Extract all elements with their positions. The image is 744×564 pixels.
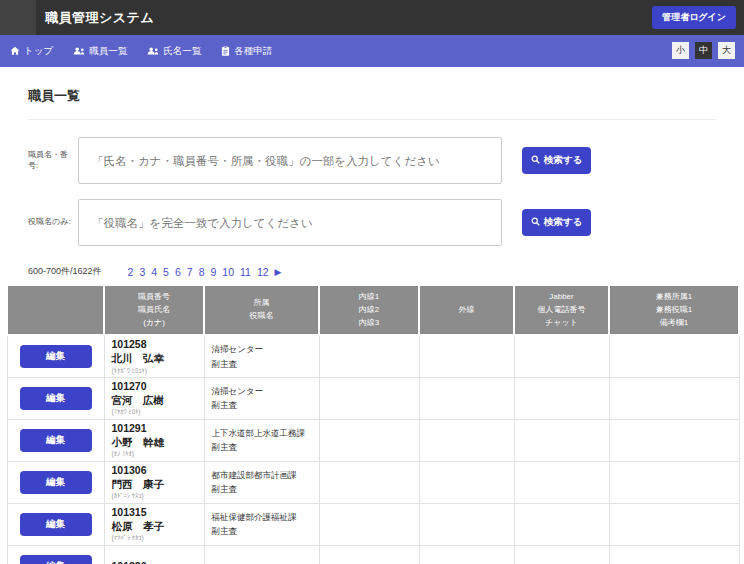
cell-outside-line	[419, 503, 514, 545]
next-page-icon[interactable]: ▶	[275, 267, 282, 277]
staff-department: 清掃センター	[212, 384, 312, 398]
staff-name: 門西 康子	[112, 478, 197, 492]
staff-kana: (ｵﾉ ﾐｷｵ)	[112, 449, 197, 458]
cell-concurrent-post	[609, 377, 739, 419]
page-link[interactable]: 4	[151, 266, 157, 278]
staff-name-search-row: 職員名・番号: 検索する	[28, 137, 716, 184]
page-link[interactable]: 5	[163, 266, 169, 278]
cell-jabber	[514, 377, 609, 419]
staff-kana: (ﾐﾔｶﾜ ﾋﾛｷ)	[112, 407, 197, 416]
nav-item-name-list[interactable]: 氏名一覧	[147, 45, 201, 58]
cell-outside-line	[419, 461, 514, 503]
nav-item-staff-list[interactable]: 職員一覧	[73, 45, 127, 58]
edit-button[interactable]: 編集	[20, 471, 92, 494]
staff-name-input[interactable]	[78, 137, 502, 184]
nav-item-label: 氏名一覧	[163, 45, 201, 58]
staff-department: 清掃センター	[212, 342, 312, 356]
staff-number: 101315	[112, 506, 197, 520]
nav-item-top[interactable]: トップ	[10, 45, 53, 58]
staff-name-search-button[interactable]: 検索する	[522, 147, 591, 174]
cell-jabber	[514, 419, 609, 461]
result-count: 600-700件/1622件	[28, 265, 102, 278]
page-links: 2 3 4 5 6 7 8 9 10 11 12 ▶	[128, 266, 282, 278]
header-concurrent-post: 兼務所属1兼務役職1備考欄1	[609, 285, 739, 335]
staff-role: 副主査	[212, 524, 312, 538]
role-name-input[interactable]	[78, 199, 502, 246]
table-row: 編集 101330	[7, 545, 739, 564]
page-link[interactable]: 7	[187, 266, 193, 278]
table-row: 編集 101306 門西 康子 (ｶﾄﾞﾆｼ ﾔｽｺ) 都市建設部都市計画課 副…	[7, 461, 739, 503]
staff-name: 宮河 広樹	[112, 394, 197, 408]
role-name-label: 役職名のみ:	[28, 217, 78, 227]
page-link[interactable]: 2	[128, 266, 134, 278]
home-icon	[10, 46, 20, 56]
header-outside-line: 外線	[419, 285, 514, 335]
search-button-label: 検索する	[544, 216, 582, 229]
header-department: 所属役職名	[204, 285, 319, 335]
cell-concurrent-post	[609, 503, 739, 545]
staff-role: 副主査	[212, 440, 312, 454]
edit-button[interactable]: 編集	[20, 387, 92, 410]
cell-concurrent-post	[609, 419, 739, 461]
edit-button[interactable]: 編集	[20, 555, 92, 564]
staff-kana: (ｶﾄﾞﾆｼ ﾔｽｺ)	[112, 491, 197, 500]
app-title: 職員管理システム	[45, 9, 154, 27]
cell-outside-line	[419, 545, 514, 564]
header-staff-number: 職員番号職員氏名(カナ)	[104, 285, 204, 335]
staff-role: 副主査	[212, 398, 312, 412]
font-size-small-button[interactable]: 小	[672, 42, 689, 59]
page-link[interactable]: 12	[257, 266, 269, 278]
staff-number: 101270	[112, 380, 197, 394]
page-title: 職員一覧	[28, 87, 716, 120]
table-row: 編集 101258 北川 弘幸 (ｷﾀｶﾞﾜ ﾋﾛﾕｷ) 清掃センター 副主査	[7, 335, 739, 377]
staff-department: 福祉保健部介護福祉課	[212, 510, 312, 524]
staff-name: 小野 幹雄	[112, 436, 197, 450]
search-icon	[531, 217, 540, 228]
nav-item-label: トップ	[24, 45, 53, 58]
font-size-medium-button[interactable]: 中	[695, 42, 712, 59]
role-name-search-row: 役職名のみ: 検索する	[28, 199, 716, 246]
role-name-search-button[interactable]: 検索する	[522, 209, 591, 236]
cell-jabber	[514, 503, 609, 545]
staff-role: 副主査	[212, 482, 312, 496]
page-link[interactable]: 11	[240, 266, 251, 278]
staff-department: 上下水道部上水道工務課	[212, 426, 312, 440]
users-icon	[147, 46, 159, 56]
nav-item-applications[interactable]: 各種申請	[221, 45, 272, 58]
table-row: 編集 101291 小野 幹雄 (ｵﾉ ﾐｷｵ) 上下水道部上水道工務課 副主査	[7, 419, 739, 461]
staff-role: 副主査	[212, 357, 312, 371]
table-row: 編集 101315 松原 孝子 (ﾏﾂﾊﾞﾗ ﾀｶｺ) 福祉保健部介護福祉課 副…	[7, 503, 739, 545]
font-size-controls: 小 中 大	[672, 42, 735, 59]
font-size-large-button[interactable]: 大	[718, 42, 735, 59]
staff-kana: (ｷﾀｶﾞﾜ ﾋﾛﾕｷ)	[112, 366, 197, 375]
nav-item-label: 職員一覧	[89, 45, 127, 58]
header-extensions: 内線1内線2内線3	[319, 285, 419, 335]
header-edit-column	[7, 285, 104, 335]
staff-table-header: 職員番号職員氏名(カナ) 所属役職名 内線1内線2内線3 外線 Jabber個人…	[7, 285, 739, 335]
staff-name-label: 職員名・番号:	[28, 150, 78, 171]
page-link[interactable]: 8	[199, 266, 205, 278]
content-area: 職員一覧 職員名・番号: 検索する 役職名のみ: 検索する 600-700件/1…	[0, 87, 744, 564]
admin-login-button[interactable]: 管理者ログイン	[652, 6, 736, 29]
staff-department: 都市建設部都市計画課	[212, 468, 312, 482]
edit-button[interactable]: 編集	[20, 513, 92, 536]
cell-outside-line	[419, 377, 514, 419]
staff-number: 101330	[112, 560, 197, 564]
cell-extensions	[319, 461, 419, 503]
cell-outside-line	[419, 335, 514, 377]
main-nav: トップ 職員一覧 氏名一覧 各種申請 小 中 大	[0, 35, 744, 67]
cell-extensions	[319, 419, 419, 461]
edit-button[interactable]: 編集	[20, 345, 92, 368]
staff-kana: (ﾏﾂﾊﾞﾗ ﾀｶｺ)	[112, 533, 197, 542]
cell-concurrent-post	[609, 545, 739, 564]
cell-extensions	[319, 335, 419, 377]
page-link[interactable]: 3	[139, 266, 145, 278]
search-icon	[531, 155, 540, 166]
nav-item-label: 各種申請	[234, 45, 272, 58]
page-link[interactable]: 9	[210, 266, 216, 278]
page-link[interactable]: 6	[175, 266, 181, 278]
edit-button[interactable]: 編集	[20, 429, 92, 452]
staff-number: 101306	[112, 464, 197, 478]
staff-number: 101291	[112, 422, 197, 436]
page-link[interactable]: 10	[222, 266, 234, 278]
